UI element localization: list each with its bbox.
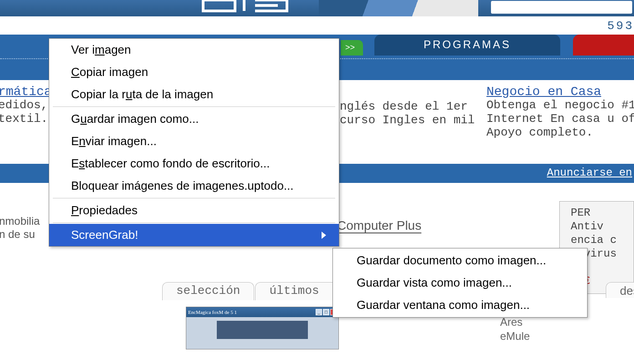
menu-mnemonic: C <box>71 65 80 79</box>
submenu-item[interactable]: Guardar vista como imagen... <box>333 272 587 294</box>
menu-separator <box>53 222 335 223</box>
screenshot-thumbnail[interactable]: EncMagica foxM de 5 1 _ □ × <box>186 307 339 349</box>
popular-list: Ares eMule <box>500 315 530 343</box>
svg-rect-0 <box>200 0 319 17</box>
list-item-emule[interactable]: eMule <box>500 329 530 343</box>
ad-left-line1: edidos, <box>0 99 52 112</box>
thumb-title-text: EncMagica foxM de 5 1 <box>188 309 316 315</box>
menu-separator <box>53 106 335 107</box>
advertise-link[interactable]: Anunciarse en <box>547 167 632 179</box>
menu-item[interactable]: Enviar imagen... <box>49 130 339 152</box>
menu-mnemonic: m <box>95 43 105 56</box>
menu-item[interactable]: Establecer como fondo de escritorio... <box>49 152 339 175</box>
nav-tab-programas[interactable]: PROGRAMAS <box>374 35 560 56</box>
ad-right-line1: Obtenga el negocio #1 <box>486 99 634 112</box>
ad-block-mid[interactable]: nglés desde el 1er curso Ingles en mil <box>340 98 475 129</box>
menu-separator <box>53 198 335 198</box>
ad-block-left[interactable]: rmática edidos, textil. <box>0 83 52 128</box>
ad-left-title: rmática <box>0 85 52 99</box>
nav-tab-red[interactable] <box>573 35 634 56</box>
ad-right-line3: Apoyo completo. <box>486 126 634 140</box>
menu-item-screengrab[interactable]: ScreenGrab! <box>49 224 339 246</box>
menu-item[interactable]: Guardar imagen como... <box>49 108 339 130</box>
left-snippet-line1: nmobilia <box>0 215 40 228</box>
bottom-tabs-row: selección últimos <box>162 282 347 300</box>
submenu-item[interactable]: Guardar documento como imagen... <box>333 249 587 272</box>
menu-mnemonic: P <box>71 203 79 217</box>
thumb-body <box>186 317 338 341</box>
header-search-box[interactable] <box>491 1 632 14</box>
menu-item[interactable]: Copiar imagen <box>49 61 339 83</box>
submenu-arrow-icon <box>322 232 326 239</box>
thumb-inner-preview <box>217 321 308 339</box>
promo-line1: PER Antiv <box>571 206 628 233</box>
nav-tab-green[interactable]: >> <box>341 40 363 56</box>
computer-plus-link[interactable]: Computer Plus <box>337 218 421 233</box>
thumb-min-icon: _ <box>316 309 322 315</box>
counter-value: 593 <box>607 19 634 33</box>
tab-seleccion[interactable]: selección <box>162 282 254 300</box>
ad-mid-line2: curso Ingles en mil <box>340 114 475 127</box>
menu-item[interactable]: Ver imagen <box>49 39 339 61</box>
screengrab-submenu[interactable]: Guardar documento como imagen...Guardar … <box>332 248 588 318</box>
menu-item[interactable]: Copiar la ruta de la imagen <box>49 83 339 106</box>
menu-mnemonic: s <box>79 157 85 170</box>
left-text-snippet: nmobilia n de su <box>0 215 40 241</box>
header-slant-decor <box>319 0 478 16</box>
visitor-counter: 593 <box>0 16 634 35</box>
menu-item[interactable]: Bloquear imágenes de imagenes.uptodo... <box>49 175 339 197</box>
ad-mid-line1: nglés desde el 1er <box>340 100 475 114</box>
ad-right-line2: Internet En casa u ofic <box>486 112 634 126</box>
menu-mnemonic: u <box>126 87 132 101</box>
left-snippet-line2: n de su <box>0 228 40 241</box>
promo-line2: encia c <box>571 233 628 247</box>
submenu-item[interactable]: Guardar ventana como imagen... <box>333 294 587 316</box>
menu-item[interactable]: Propiedades <box>49 199 339 222</box>
ad-right-title: Negocio en Casa <box>486 85 634 99</box>
thumb-max-icon: □ <box>323 309 329 315</box>
context-menu[interactable]: Ver imagenCopiar imagenCopiar la ruta de… <box>49 38 339 247</box>
menu-mnemonic: n <box>79 134 85 148</box>
ad-left-line2: textil. <box>0 112 52 126</box>
header-top-bar <box>0 0 634 16</box>
site-logo <box>200 0 319 17</box>
thumb-titlebar: EncMagica foxM de 5 1 _ □ × <box>186 307 338 317</box>
menu-mnemonic: u <box>80 112 87 126</box>
tab-des[interactable]: des <box>606 282 634 298</box>
ad-block-right[interactable]: Negocio en Casa Obtenga el negocio #1 In… <box>486 83 634 142</box>
